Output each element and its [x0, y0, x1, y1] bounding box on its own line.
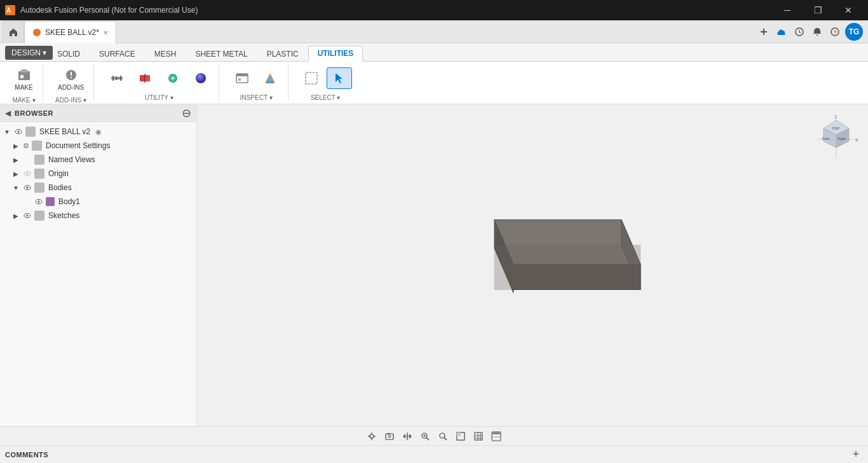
svg-point-65	[388, 435, 391, 438]
close-button[interactable]: ✕	[834, 0, 863, 20]
tree-item-doc-settings[interactable]: ▶ ⚙ Document Settings	[0, 139, 196, 153]
browser-collapse-icon[interactable]: ◀	[5, 109, 11, 118]
chevron-named-views[interactable]: ▶	[11, 155, 20, 164]
addins-button[interactable]: ADD-INS	[53, 64, 88, 94]
root-pin-icon[interactable]: ◉	[95, 128, 102, 136]
chevron-doc-settings[interactable]: ▶	[11, 141, 20, 150]
display-button[interactable]	[160, 67, 186, 89]
ribbon-group-utility: UTILITY ▾	[99, 64, 219, 101]
svg-text:A: A	[6, 7, 11, 14]
eye-body1[interactable]	[34, 197, 43, 206]
maximize-button[interactable]: ❐	[803, 0, 832, 20]
tree-item-sketches[interactable]: ▶ Sketches	[0, 209, 196, 223]
tree-item-origin[interactable]: ▶ Origin	[0, 167, 196, 181]
cloud-button[interactable]	[774, 24, 789, 39]
svg-point-2	[33, 29, 41, 36]
add-tab-button[interactable]	[756, 24, 771, 39]
svg-rect-31	[306, 73, 317, 84]
eye-bodies[interactable]	[23, 183, 32, 192]
ribbon: DESIGN ▾ SOLID SURFACE MESH SHEET METAL …	[0, 43, 868, 104]
select-group-label: SELECT ▾	[311, 94, 341, 101]
design-dropdown-button[interactable]: DESIGN ▾	[5, 46, 53, 60]
inspect-button[interactable]	[229, 67, 255, 89]
viewport[interactable]: TOP Right Front Z X	[197, 104, 868, 426]
eye-origin[interactable]	[23, 169, 32, 178]
tab-surface[interactable]: SURFACE	[90, 46, 145, 61]
chevron-origin[interactable]: ▶	[11, 169, 20, 178]
display-mode-button[interactable]	[453, 429, 468, 444]
transform-button[interactable]	[364, 429, 379, 444]
tab-mesh[interactable]: MESH	[145, 46, 186, 61]
minimize-button[interactable]: ─	[773, 0, 802, 20]
notifications-button[interactable]	[810, 24, 825, 39]
svg-text:X: X	[855, 138, 858, 142]
chevron-root[interactable]: ▼	[3, 127, 11, 136]
eye-sketches[interactable]	[23, 211, 32, 220]
app-icon: A	[5, 5, 15, 15]
tab-utilities[interactable]: UTILITIES	[308, 46, 363, 62]
model-svg	[399, 182, 666, 347]
make-group-label: MAKE ▾	[12, 97, 35, 104]
view-options-button[interactable]	[489, 429, 504, 444]
zoom-button[interactable]	[435, 429, 451, 444]
user-avatar[interactable]: TG	[845, 23, 863, 41]
browser-options-icon[interactable]: ⊖	[182, 107, 191, 119]
tab-plastic[interactable]: PLASTIC	[257, 46, 308, 61]
history-icon	[794, 27, 804, 37]
svg-rect-15	[112, 76, 114, 81]
svg-point-30	[268, 77, 273, 82]
svg-rect-74	[457, 432, 461, 436]
select-box-button[interactable]	[299, 67, 324, 89]
app-title: Autodesk Fusion Personal (Not for Commer…	[20, 6, 198, 15]
gear-icon-doc: ⚙	[23, 142, 29, 150]
tab-solid[interactable]: SOLID	[48, 46, 90, 61]
tree-item-root[interactable]: ▼ SKEE BALL v2 ◉	[0, 125, 196, 139]
title-bar-left: A Autodesk Fusion Personal (Not for Comm…	[5, 5, 198, 15]
history-button[interactable]	[792, 24, 807, 39]
home-icon	[8, 27, 18, 38]
svg-text:TOP: TOP	[832, 127, 839, 130]
grid-button[interactable]	[471, 429, 486, 444]
svg-point-23	[172, 77, 174, 79]
svg-rect-13	[71, 77, 72, 78]
select-box-icon	[304, 71, 319, 86]
file-tab-close[interactable]: ✕	[103, 29, 108, 36]
sketches-label: Sketches	[48, 211, 79, 220]
select-arrow-button[interactable]	[327, 67, 352, 89]
zoom-fit-button[interactable]	[417, 429, 433, 444]
transform-icon	[367, 431, 377, 441]
section-button[interactable]	[132, 67, 158, 89]
help-button[interactable]: ?	[827, 24, 843, 39]
eye-root[interactable]	[14, 127, 23, 136]
material-button[interactable]	[188, 67, 214, 89]
svg-rect-16	[116, 76, 117, 80]
comments-bar: COMMENTS +	[0, 445, 868, 463]
appearance-button[interactable]	[257, 67, 283, 89]
svg-rect-12	[71, 72, 72, 76]
chevron-bodies[interactable]: ▼	[11, 183, 20, 192]
view-cube[interactable]: TOP Right Front Z X	[811, 111, 862, 162]
pan-icon	[402, 431, 412, 441]
svg-text:Z: Z	[834, 114, 837, 119]
camera-reset-button[interactable]	[382, 429, 397, 444]
tree-item-body1[interactable]: Body1	[0, 195, 196, 209]
svg-marker-32	[336, 73, 342, 83]
svg-point-40	[38, 201, 40, 203]
tree-item-named-views[interactable]: ▶ Named Views	[0, 153, 196, 167]
tab-sheetmetal[interactable]: SHEET METAL	[186, 46, 257, 61]
bodies-label: Bodies	[48, 183, 72, 192]
pan-button[interactable]	[400, 429, 415, 444]
grid-icon	[473, 431, 484, 441]
title-bar: A Autodesk Fusion Personal (Not for Comm…	[0, 0, 868, 20]
home-tab[interactable]	[3, 21, 24, 43]
svg-rect-66	[388, 433, 390, 434]
tree-item-bodies[interactable]: ▼ Bodies	[0, 181, 196, 195]
chevron-sketches[interactable]: ▶	[11, 211, 20, 220]
add-comment-button[interactable]: +	[849, 448, 863, 462]
make-button[interactable]: MAKE	[10, 64, 37, 94]
measure-button[interactable]	[104, 67, 130, 89]
file-tab[interactable]: SKEE BALL v2* ✕	[24, 21, 116, 43]
root-label: SKEE BALL v2	[39, 127, 90, 136]
file-tab-icon	[32, 28, 41, 37]
view-options-icon	[491, 431, 501, 441]
